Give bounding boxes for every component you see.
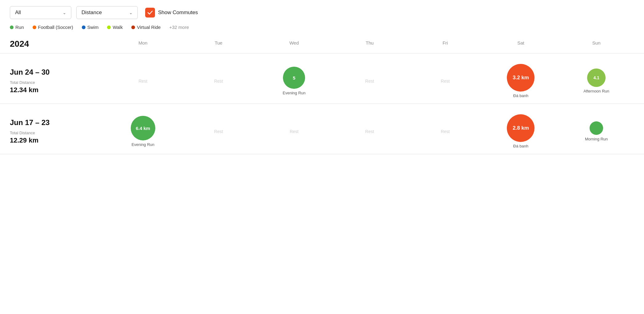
run-dot [10, 26, 14, 29]
week-jun17-tue: Rest [181, 126, 256, 137]
more-activities-label[interactable]: +32 more [169, 25, 189, 30]
football-label: Football (Soccer) [38, 25, 73, 30]
day-header-mon: Mon [105, 35, 181, 51]
activity-name: Afternoon Run [583, 89, 609, 93]
activity-bubble[interactable]: 2.8 km [507, 114, 535, 142]
week-jun24-distance-label: Total Distance [10, 80, 105, 85]
activity-name: Đá banh [513, 144, 528, 148]
commute-checkbox [145, 8, 155, 18]
week-jun24-sat[interactable]: 3.2 km Đá banh [483, 61, 559, 101]
week-jun24-wed[interactable]: 5 Evening Run [256, 64, 332, 98]
sort-chevron-icon: ⌄ [129, 10, 133, 15]
week-jun17-distance-label: Total Distance [10, 131, 105, 135]
virtual-ride-label: Virtual Ride [137, 25, 161, 30]
calendar-header: 2024 Mon Tue Wed Thu Fri Sat Sun [0, 35, 644, 53]
legend-football: Football (Soccer) [33, 25, 73, 30]
show-commutes-toggle[interactable]: Show Commutes [145, 8, 198, 18]
week-jun17-mon[interactable]: 6.4 km Evening Run [105, 113, 181, 150]
week-jun17-sun[interactable]: Morning Run [559, 118, 634, 144]
filter-label: All [15, 10, 21, 16]
swim-dot [82, 26, 85, 29]
week-jun24-fri: Rest [407, 76, 483, 87]
week-jun24-thu: Rest [332, 76, 407, 87]
activity-bubble[interactable] [590, 121, 603, 135]
run-label: Run [15, 25, 24, 30]
week-jun24-distance-value: 12.34 km [10, 86, 105, 94]
week-jun17-range: Jun 17 – 23 [10, 118, 105, 127]
week-jun17-row: Jun 17 – 23 Total Distance 12.29 km 6.4 … [10, 104, 634, 154]
week-jun17-distance-value: 12.29 km [10, 136, 105, 144]
week-jun24-sun[interactable]: 4.1 Afternoon Run [559, 65, 634, 96]
show-commutes-label: Show Commutes [158, 10, 198, 16]
swim-label: Swim [87, 25, 99, 30]
rest-label: Rest [441, 79, 450, 84]
activity-bubble[interactable]: 3.2 km [507, 64, 535, 92]
day-header-tue: Tue [181, 35, 256, 51]
week-jun24-info: Jun 24 – 30 Total Distance 12.34 km [10, 68, 105, 94]
week-jun17-sat[interactable]: 2.8 km Đá banh [483, 111, 559, 151]
rest-label: Rest [214, 79, 223, 84]
activity-bubble[interactable]: 4.1 [587, 69, 606, 87]
football-dot [33, 26, 36, 29]
week-jun17-wed: Rest [256, 126, 332, 137]
rest-label: Rest [365, 129, 374, 134]
week-jun24-mon: Rest [105, 76, 181, 87]
rest-label: Rest [138, 79, 147, 84]
week-jun24-tue: Rest [181, 76, 256, 87]
year-label: 2024 [10, 35, 105, 51]
week-jun24: Jun 24 – 30 Total Distance 12.34 km Rest… [0, 53, 644, 104]
rest-label: Rest [290, 129, 299, 134]
sort-label: Distance [81, 10, 102, 16]
day-header-sat: Sat [483, 35, 559, 51]
filter-chevron-icon: ⌄ [63, 10, 66, 15]
walk-dot [107, 26, 111, 29]
rest-label: Rest [214, 129, 223, 134]
activity-name: Evening Run [283, 91, 305, 95]
top-bar: All ⌄ Distance ⌄ Show Commutes [0, 0, 644, 22]
day-header-wed: Wed [256, 35, 332, 51]
week-jun17-thu: Rest [332, 126, 407, 137]
rest-label: Rest [441, 129, 450, 134]
activity-legend: Run Football (Soccer) Swim Walk Virtual … [0, 22, 644, 35]
day-header-thu: Thu [332, 35, 407, 51]
day-header-fri: Fri [407, 35, 483, 51]
walk-label: Walk [113, 25, 123, 30]
legend-run: Run [10, 25, 24, 30]
week-jun17: Jun 17 – 23 Total Distance 12.29 km 6.4 … [0, 104, 644, 154]
virtual-ride-dot [131, 26, 135, 29]
week-jun17-fri: Rest [407, 126, 483, 137]
activity-name: Đá banh [513, 93, 528, 98]
activity-bubble[interactable]: 6.4 km [131, 116, 155, 140]
checkmark-icon [147, 10, 153, 16]
activity-name: Morning Run [585, 137, 608, 141]
legend-swim: Swim [82, 25, 99, 30]
week-jun24-row: Jun 24 – 30 Total Distance 12.34 km Rest… [10, 53, 634, 104]
filter-dropdown[interactable]: All ⌄ [10, 6, 71, 19]
legend-walk: Walk [107, 25, 123, 30]
day-header-sun: Sun [559, 35, 634, 51]
legend-virtual-ride: Virtual Ride [131, 25, 161, 30]
sort-dropdown[interactable]: Distance ⌄ [76, 6, 138, 19]
week-jun17-info: Jun 17 – 23 Total Distance 12.29 km [10, 118, 105, 144]
rest-label: Rest [365, 79, 374, 84]
week-jun24-range: Jun 24 – 30 [10, 68, 105, 77]
activity-bubble[interactable]: 5 [283, 67, 305, 89]
activity-name: Evening Run [132, 142, 154, 147]
